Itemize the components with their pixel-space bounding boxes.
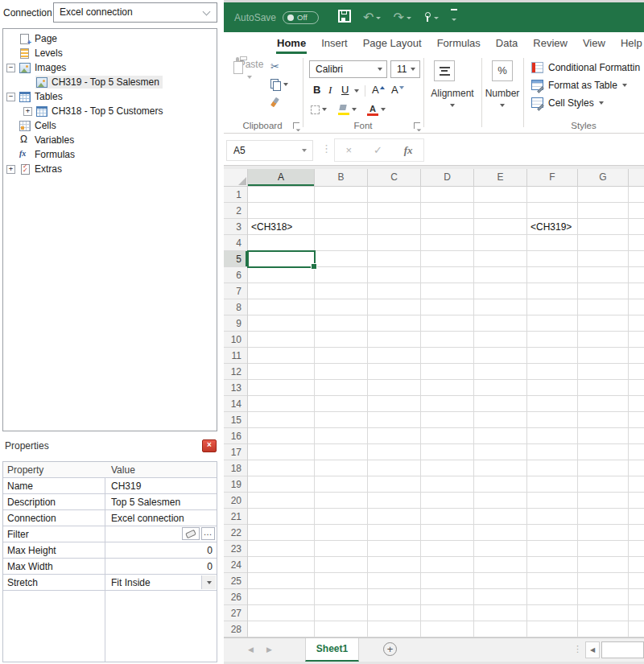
tab-review[interactable]: Review bbox=[532, 35, 568, 54]
row-header-5[interactable]: 5 bbox=[224, 251, 247, 267]
tab-insert[interactable]: Insert bbox=[320, 35, 349, 54]
row-header-2[interactable]: 2 bbox=[224, 203, 247, 219]
underline-button[interactable]: U bbox=[341, 84, 349, 97]
row-header-10[interactable]: 10 bbox=[224, 332, 247, 348]
chevron-down-icon[interactable] bbox=[354, 89, 359, 93]
paste-button[interactable]: Paste bbox=[233, 59, 266, 115]
number-format-button[interactable]: % bbox=[492, 60, 513, 81]
row-header-9[interactable]: 9 bbox=[224, 316, 247, 332]
format-painter-button[interactable] bbox=[270, 97, 282, 108]
row-header-26[interactable]: 26 bbox=[224, 589, 247, 605]
font-size-select[interactable]: 11 bbox=[390, 60, 420, 78]
dialog-launcher-icon[interactable] bbox=[293, 122, 299, 129]
sheetbar-drag-handle[interactable]: ⋮ bbox=[573, 644, 582, 654]
row-header-22[interactable]: 22 bbox=[224, 525, 247, 541]
name-box[interactable]: A5 bbox=[226, 140, 313, 161]
row-header-27[interactable]: 27 bbox=[224, 605, 247, 621]
sheet-tab-sheet1[interactable]: Sheet1 bbox=[305, 638, 359, 662]
property-value-description[interactable]: Top 5 Salesmen bbox=[105, 494, 217, 509]
tree-item-variables[interactable]: Variables bbox=[3, 133, 217, 147]
horizontal-scrollbar-thumb[interactable] bbox=[601, 641, 644, 658]
row-header-7[interactable]: 7 bbox=[224, 283, 247, 299]
property-value-stretch[interactable]: Fit Inside bbox=[105, 575, 217, 590]
autosave-toggle[interactable]: Off bbox=[283, 11, 319, 24]
dialog-launcher-icon[interactable] bbox=[414, 122, 420, 129]
plus-expander-icon[interactable]: + bbox=[6, 165, 15, 174]
column-header-g[interactable]: G bbox=[578, 169, 629, 186]
select-all-corner[interactable] bbox=[224, 169, 248, 186]
column-header-b[interactable]: B bbox=[315, 169, 368, 186]
column-header-d[interactable]: D bbox=[421, 169, 474, 186]
row-header-13[interactable]: 13 bbox=[224, 380, 247, 396]
close-icon[interactable]: × bbox=[202, 439, 217, 452]
tree-item-levels[interactable]: Levels bbox=[3, 46, 217, 60]
tree-item-tables[interactable]: −Tables bbox=[3, 89, 217, 104]
column-header-e[interactable]: E bbox=[474, 169, 527, 186]
save-button[interactable] bbox=[338, 10, 351, 26]
row-header-1[interactable]: 1 bbox=[224, 187, 247, 203]
insert-function-button[interactable]: fx bbox=[404, 144, 413, 157]
formula-bar-drag-handle[interactable]: ⋮ bbox=[321, 142, 332, 155]
scroll-left-button[interactable]: ◀ bbox=[585, 641, 600, 658]
chevron-down-icon[interactable] bbox=[500, 104, 505, 107]
touch-mouse-mode-button[interactable] bbox=[423, 10, 439, 25]
chevron-down-icon[interactable] bbox=[450, 104, 455, 107]
row-header-28[interactable]: 28 bbox=[224, 621, 247, 637]
property-value-filter[interactable]: … bbox=[105, 526, 217, 542]
stretch-dropdown-button[interactable] bbox=[201, 575, 216, 589]
plus-expander-icon[interactable]: + bbox=[23, 107, 32, 116]
property-value-max-width[interactable]: 0 bbox=[105, 559, 217, 574]
row-header-12[interactable]: 12 bbox=[224, 364, 247, 380]
connection-select[interactable]: Excel connection bbox=[53, 2, 217, 23]
row-header-8[interactable]: 8 bbox=[224, 299, 247, 316]
row-header-4[interactable]: 4 bbox=[224, 235, 247, 251]
tree-item-page[interactable]: Page bbox=[3, 31, 217, 46]
formula-input[interactable] bbox=[427, 138, 644, 162]
filter-clear-button[interactable] bbox=[182, 527, 200, 540]
cell-styles-button[interactable]: Cell Styles bbox=[531, 97, 604, 109]
fill-color-button[interactable] bbox=[338, 103, 357, 116]
row-header-21[interactable]: 21 bbox=[224, 509, 247, 525]
tree-item-cells[interactable]: Cells bbox=[3, 118, 217, 133]
cut-button[interactable]: ✂ bbox=[270, 61, 279, 72]
sheet-nav-right-icon[interactable]: ▶ bbox=[266, 645, 272, 654]
column-header-f[interactable]: F bbox=[527, 169, 578, 186]
row-header-3[interactable]: 3 bbox=[224, 219, 247, 235]
column-header-c[interactable]: C bbox=[368, 169, 421, 186]
font-color-button[interactable]: A bbox=[367, 103, 386, 116]
tree-item-images[interactable]: −Images bbox=[3, 60, 217, 75]
cell-f3[interactable]: <CH319> bbox=[527, 219, 572, 235]
enter-button[interactable]: ✓ bbox=[374, 144, 382, 156]
tab-view[interactable]: View bbox=[582, 35, 606, 54]
column-header-partial[interactable] bbox=[629, 169, 644, 186]
borders-button[interactable] bbox=[311, 103, 327, 116]
sheet-nav-left-icon[interactable]: ◀ bbox=[248, 645, 254, 654]
cell-a3[interactable]: <CH318> bbox=[248, 219, 292, 235]
minus-expander-icon[interactable]: − bbox=[6, 93, 15, 101]
row-header-18[interactable]: 18 bbox=[224, 460, 247, 476]
tab-formulas[interactable]: Formulas bbox=[436, 35, 481, 54]
cells-area[interactable]: <CH318><CH319> bbox=[248, 187, 644, 637]
column-header-a[interactable]: A bbox=[248, 169, 315, 186]
property-value-max-height[interactable]: 0 bbox=[105, 542, 217, 558]
tab-page-layout[interactable]: Page Layout bbox=[362, 35, 423, 54]
minus-expander-icon[interactable]: − bbox=[6, 64, 15, 72]
undo-button[interactable]: ↶ bbox=[363, 10, 381, 25]
property-value-name[interactable]: CH319 bbox=[105, 478, 217, 493]
row-header-24[interactable]: 24 bbox=[224, 557, 247, 573]
font-name-select[interactable]: Calibri bbox=[309, 60, 387, 78]
alignment-button[interactable] bbox=[434, 60, 455, 81]
tree-item-formulas[interactable]: Formulas bbox=[3, 147, 217, 162]
format-as-table-button[interactable]: Format as Table bbox=[531, 79, 627, 91]
tab-data[interactable]: Data bbox=[495, 35, 518, 54]
add-sheet-button[interactable]: + bbox=[383, 642, 397, 656]
row-header-25[interactable]: 25 bbox=[224, 573, 247, 589]
row-header-11[interactable]: 11 bbox=[224, 348, 247, 364]
row-header-19[interactable]: 19 bbox=[224, 476, 247, 493]
tab-help[interactable]: Help bbox=[620, 35, 643, 54]
row-header-23[interactable]: 23 bbox=[224, 541, 247, 557]
copy-button[interactable] bbox=[270, 79, 288, 90]
row-header-16[interactable]: 16 bbox=[224, 428, 247, 444]
decrease-font-size-button[interactable]: A bbox=[391, 84, 404, 96]
bold-button[interactable]: B bbox=[313, 84, 320, 97]
